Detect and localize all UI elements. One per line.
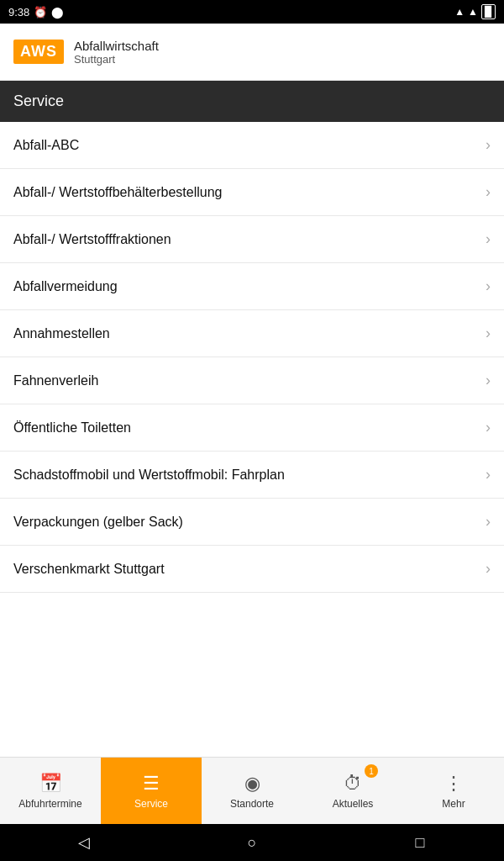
service-icon: ☰ bbox=[143, 773, 160, 795]
list-item-label: Abfallvermeidung bbox=[13, 279, 118, 294]
recent-button[interactable]: □ bbox=[403, 826, 437, 859]
list-item-label: Abfall-/ Wertstoffbehälterbestellung bbox=[13, 185, 222, 200]
chevron-right-icon: › bbox=[486, 560, 491, 578]
list-item[interactable]: Öffentliche Toiletten› bbox=[0, 404, 504, 452]
chevron-right-icon: › bbox=[486, 230, 491, 248]
chevron-right-icon: › bbox=[486, 277, 491, 295]
list-item-label: Abfall-ABC bbox=[13, 138, 79, 153]
list-item[interactable]: Annahmestellen› bbox=[0, 310, 504, 357]
service-list: Abfall-ABC›Abfall-/ Wertstoffbehälterbes… bbox=[0, 122, 504, 593]
aktuelles-badge: 1 bbox=[365, 764, 378, 778]
bottom-nav: 📅Abfuhrtermine☰Service◉Standorte1⏱Aktuel… bbox=[0, 757, 504, 824]
list-item-label: Annahmestellen bbox=[13, 326, 110, 341]
list-item-label: Schadstoffmobil und Wertstoffmobil: Fahr… bbox=[13, 467, 285, 483]
chevron-right-icon: › bbox=[486, 183, 491, 201]
list-item[interactable]: Schadstoffmobil und Wertstoffmobil: Fahr… bbox=[0, 452, 504, 499]
chevron-right-icon: › bbox=[486, 419, 491, 436]
app-logo: AWS bbox=[13, 40, 64, 64]
chevron-right-icon: › bbox=[486, 136, 491, 154]
abfuhrtermine-label: Abfuhrtermine bbox=[18, 798, 81, 810]
list-item[interactable]: Abfall-/ Wertstofffraktionen› bbox=[0, 216, 504, 263]
status-time-area: 9:38 ⏰ ⬤ bbox=[8, 6, 64, 18]
chevron-right-icon: › bbox=[486, 325, 491, 342]
chevron-right-icon: › bbox=[486, 513, 491, 531]
list-item[interactable]: Abfall-/ Wertstoffbehälterbestellung› bbox=[0, 169, 504, 216]
record-icon: ⬤ bbox=[51, 6, 64, 18]
chevron-right-icon: › bbox=[486, 372, 491, 389]
list-item-label: Abfall-/ Wertstofffraktionen bbox=[13, 232, 171, 247]
status-time: 9:38 bbox=[8, 6, 29, 18]
header-text-area: Abfallwirtschaft Stuttgart bbox=[74, 39, 159, 66]
back-button[interactable]: ◁ bbox=[67, 826, 101, 859]
nav-item-mehr[interactable]: ⋮Mehr bbox=[403, 758, 504, 824]
header-title: Abfallwirtschaft bbox=[74, 39, 159, 53]
list-item-label: Verpackungen (gelber Sack) bbox=[13, 515, 183, 530]
list-item[interactable]: Abfallvermeidung› bbox=[0, 263, 504, 310]
wifi-icon: ▲ bbox=[454, 6, 465, 18]
alarm-icon: ⏰ bbox=[34, 6, 47, 18]
mehr-icon: ⋮ bbox=[444, 773, 463, 795]
nav-item-abfuhrtermine[interactable]: 📅Abfuhrtermine bbox=[0, 758, 101, 824]
service-label: Service bbox=[134, 798, 168, 810]
status-icons-area: ▲ ▲ ▉ bbox=[454, 4, 496, 19]
abfuhrtermine-icon: 📅 bbox=[39, 773, 62, 795]
list-item[interactable]: Verschenkmarkt Stuttgart› bbox=[0, 546, 504, 593]
list-item[interactable]: Abfall-ABC› bbox=[0, 122, 504, 169]
app-header: AWS Abfallwirtschaft Stuttgart bbox=[0, 24, 504, 81]
aktuelles-icon: ⏱ bbox=[344, 773, 362, 795]
home-button[interactable]: ○ bbox=[235, 826, 269, 859]
mehr-label: Mehr bbox=[442, 798, 465, 810]
section-header: Service bbox=[0, 81, 504, 122]
header-subtitle: Stuttgart bbox=[74, 53, 159, 66]
list-item[interactable]: Fahnenverleih› bbox=[0, 357, 504, 404]
nav-item-aktuelles[interactable]: 1⏱Aktuelles bbox=[302, 758, 403, 824]
nav-item-service[interactable]: ☰Service bbox=[101, 758, 202, 824]
list-item-label: Fahnenverleih bbox=[13, 373, 98, 388]
battery-icon: ▉ bbox=[481, 4, 496, 19]
section-title: Service bbox=[13, 92, 64, 109]
chevron-right-icon: › bbox=[486, 466, 491, 483]
list-item-label: Öffentliche Toiletten bbox=[13, 420, 131, 436]
status-bar: 9:38 ⏰ ⬤ ▲ ▲ ▉ bbox=[0, 0, 504, 24]
nav-item-standorte[interactable]: ◉Standorte bbox=[202, 758, 302, 824]
signal-icon: ▲ bbox=[468, 6, 478, 18]
list-item[interactable]: Verpackungen (gelber Sack)› bbox=[0, 499, 504, 546]
android-nav-bar: ◁ ○ □ bbox=[0, 824, 504, 861]
standorte-label: Standorte bbox=[230, 798, 274, 810]
list-item-label: Verschenkmarkt Stuttgart bbox=[13, 562, 165, 577]
aktuelles-label: Aktuelles bbox=[333, 798, 374, 810]
standorte-icon: ◉ bbox=[244, 773, 260, 795]
